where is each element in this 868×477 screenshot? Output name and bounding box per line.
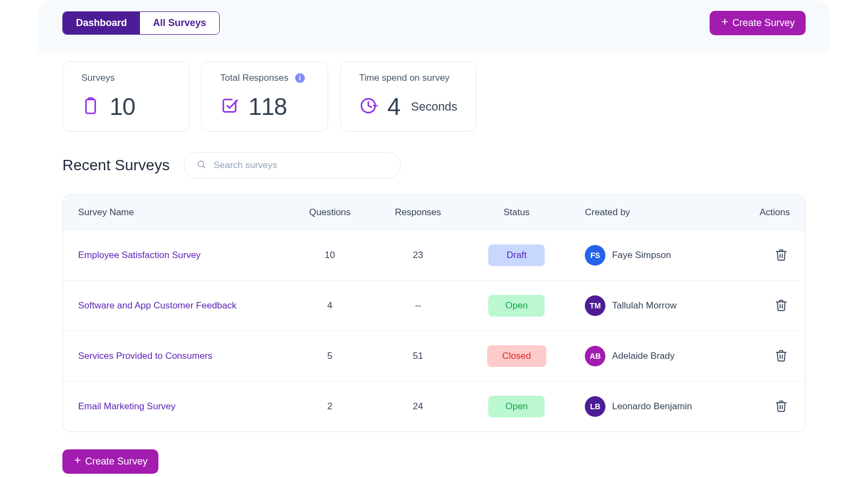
- col-created-by: Created by: [570, 195, 733, 230]
- table-row: Email Marketing Survey224OpenLBLeonardo …: [63, 382, 805, 432]
- create-survey-button[interactable]: Create Survey: [710, 11, 806, 35]
- stat-responses-label: Total Responses: [220, 73, 289, 83]
- delete-button[interactable]: [773, 346, 790, 366]
- creator-name: Leonardo Benjamin: [612, 401, 692, 412]
- col-responses: Responses: [373, 195, 464, 230]
- checkbox-icon: [220, 96, 239, 117]
- stats-row: Surveys 10 Total Responses i 118 Time sp: [38, 51, 830, 132]
- view-tabs: Dashboard All Surveys: [62, 11, 220, 35]
- table-row: Services Provided to Consumers551ClosedA…: [63, 331, 805, 382]
- cell-responses: --: [373, 281, 464, 331]
- delete-button[interactable]: [773, 246, 790, 266]
- survey-name-link[interactable]: Email Marketing Survey: [78, 401, 176, 411]
- create-survey-button-bottom[interactable]: Create Survey: [62, 449, 158, 474]
- create-survey-label: Create Survey: [732, 17, 795, 29]
- create-survey-label: Create Survey: [85, 456, 148, 467]
- col-survey-name: Survey Name: [63, 195, 287, 230]
- cell-questions: 4: [287, 281, 372, 331]
- cell-questions: 2: [287, 382, 372, 432]
- search-input[interactable]: [213, 159, 388, 171]
- recent-surveys-table: Survey Name Questions Responses Status C…: [62, 195, 806, 432]
- trash-icon: [775, 255, 788, 263]
- search-surveys[interactable]: [184, 152, 401, 178]
- col-status: Status: [463, 195, 570, 230]
- stat-surveys-value: 10: [110, 93, 135, 120]
- avatar: AB: [585, 346, 605, 366]
- stat-responses-value: 118: [248, 93, 286, 120]
- trash-icon: [775, 356, 788, 364]
- creator-name: Adelaide Brady: [612, 351, 674, 362]
- avatar: TM: [585, 295, 605, 316]
- stat-responses: Total Responses i 118: [201, 61, 328, 132]
- cell-responses: 51: [373, 331, 464, 382]
- cell-responses: 24: [373, 382, 464, 432]
- status-badge: Draft: [488, 244, 545, 266]
- stat-time-label: Time spend on survey: [359, 73, 457, 83]
- avatar: LB: [585, 396, 605, 417]
- tab-all-surveys[interactable]: All Surveys: [140, 12, 219, 34]
- col-actions: Actions: [733, 195, 805, 230]
- status-badge: Open: [488, 295, 545, 317]
- survey-name-link[interactable]: Software and App Customer Feedback: [78, 300, 237, 311]
- top-bar: Dashboard All Surveys Create Survey: [38, 0, 830, 51]
- creator-name: Tallulah Morrow: [612, 300, 676, 311]
- clipboard-icon: [81, 96, 100, 117]
- table-row: Software and App Customer Feedback4--Ope…: [63, 281, 805, 331]
- delete-button[interactable]: [773, 296, 790, 316]
- cell-questions: 10: [287, 230, 372, 281]
- stat-surveys-label: Surveys: [81, 73, 170, 83]
- trash-icon: [775, 306, 788, 314]
- survey-name-link[interactable]: Services Provided to Consumers: [78, 351, 213, 361]
- delete-button[interactable]: [773, 397, 790, 417]
- creator: LBLeonardo Benjamin: [585, 396, 718, 417]
- creator: ABAdelaide Brady: [585, 346, 718, 366]
- stat-time: Time spend on survey 4 Seconds: [340, 61, 476, 132]
- section-title-recent-surveys: Recent Surveys: [62, 157, 170, 174]
- clock-icon: [359, 96, 378, 117]
- stat-time-unit: Seconds: [411, 100, 457, 114]
- stat-surveys: Surveys 10: [62, 61, 189, 132]
- trash-icon: [775, 407, 788, 415]
- survey-name-link[interactable]: Employee Satisfaction Survey: [78, 250, 201, 260]
- plus-icon: [73, 456, 82, 467]
- status-badge: Closed: [487, 345, 546, 367]
- cell-questions: 5: [287, 331, 372, 382]
- creator: FSFaye Simpson: [585, 245, 718, 266]
- info-icon[interactable]: i: [295, 73, 305, 83]
- status-badge: Open: [488, 396, 545, 417]
- creator-name: Faye Simpson: [612, 250, 671, 261]
- svg-rect-2: [86, 100, 95, 114]
- creator: TMTallulah Morrow: [585, 295, 718, 316]
- table-row: Employee Satisfaction Survey1023DraftFSF…: [63, 230, 805, 281]
- avatar: FS: [585, 245, 605, 266]
- search-icon: [196, 159, 206, 171]
- svg-line-6: [203, 166, 205, 167]
- plus-icon: [720, 17, 729, 29]
- cell-responses: 23: [373, 230, 464, 281]
- col-questions: Questions: [287, 195, 372, 230]
- stat-time-value: 4: [387, 93, 400, 120]
- tab-dashboard[interactable]: Dashboard: [63, 12, 140, 34]
